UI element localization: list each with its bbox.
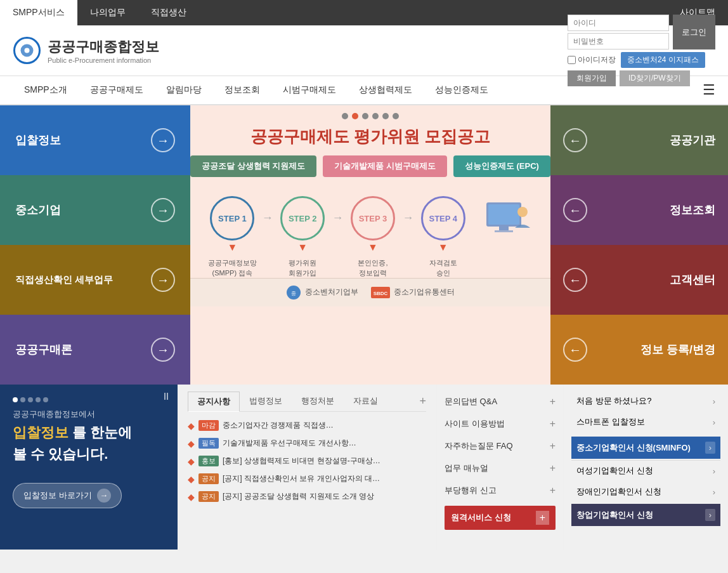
quick-arrow-3: › <box>713 466 715 476</box>
customer-center-label: 고객센터 <box>670 272 715 287</box>
bottom-dot-4[interactable] <box>36 397 41 402</box>
site-header: 공공구매종합정보 Public e-Procurement informatio… <box>0 25 728 76</box>
info-register-arrow: ← <box>563 338 587 362</box>
remote-plus-icon: + <box>536 511 549 525</box>
dot-5[interactable] <box>382 113 389 119</box>
dot-4[interactable] <box>372 113 379 119</box>
step-1-circle: STEP 1 <box>210 196 254 240</box>
right-customer-center[interactable]: ← 고객센터 <box>550 245 728 315</box>
steps-flow: STEP 1 ▼ 공공구매정보망 (SMPP) 접속 → STEP 2 ▼ 평가… <box>190 190 550 278</box>
faq-qa[interactable]: 문의답변 Q&A + <box>445 391 556 413</box>
faq-site-usage[interactable]: 사이트 이용방법 + <box>445 413 556 435</box>
login-button[interactable]: 로그인 <box>673 15 715 49</box>
quick-mobile-bid[interactable]: 스마트폰 입찰정보 › <box>571 412 720 433</box>
quick-arrow-1: › <box>713 397 715 406</box>
dot-6[interactable] <box>393 113 399 119</box>
btn-arrow-icon: → <box>97 489 111 503</box>
notice-bullet-3: ◆ <box>188 456 195 466</box>
sme-pass-button[interactable]: 중소벤처24 이지패스 <box>621 52 705 68</box>
banner-pause-btn[interactable]: ⏸ <box>161 391 171 402</box>
direct-production-label: 직접생산확인 세부업무 <box>15 274 113 286</box>
faq-frequent[interactable]: 자주하는질문 FAQ + <box>445 435 556 458</box>
nav-certification[interactable]: 성능인증제도 <box>424 76 500 104</box>
hamburger-menu[interactable]: ☰ <box>703 82 715 98</box>
bottom-banner-text-main: 공공구매종합정보에서 <box>13 409 165 420</box>
left-sidebar: 입찰정보 → 중소기업 → 직접생산확인 세부업무 → 공공구매론 → <box>0 105 190 385</box>
id-input[interactable] <box>568 15 669 31</box>
quick-sme-confirm[interactable]: 중소기업확인서 신청(SMINFO) › <box>571 437 720 459</box>
sme-arrow: → <box>151 198 175 222</box>
svg-point-2 <box>25 48 30 53</box>
bid-info-btn[interactable]: 입찰정보 바로가기 → <box>13 483 122 508</box>
step-1: STEP 1 ▼ 공공구매정보망 (SMPP) 접속 <box>203 196 262 278</box>
bottom-section: 공공구매종합정보에서 입찰정보 를 한눈에 볼 수 있습니다. 입찰정보 바로가… <box>0 385 728 550</box>
bid-info-arrow: → <box>151 128 175 152</box>
bottom-dot-1[interactable] <box>13 397 18 402</box>
nav-pilot[interactable]: 시범구매제도 <box>271 76 348 104</box>
quick-disabled-confirm[interactable]: 장애인기업확인서 신청 › <box>571 482 720 503</box>
notice-item-1: ◆ 마감 중소기업자간 경쟁제품 직접생… <box>188 417 426 435</box>
right-info-search[interactable]: ← 정보조회 <box>550 175 728 245</box>
notice-text-3[interactable]: [홍보] 상생협력제도 비대면 현장설명-구매상… <box>223 456 380 466</box>
topnav-direct[interactable]: 직접생산 <box>138 0 199 25</box>
step-4: STEP 4 ▼ 자격검토 승인 <box>413 196 472 278</box>
notice-text-2[interactable]: 기술개발제품 우선구매제도 개선사항… <box>223 438 356 449</box>
sidebar-sme[interactable]: 중소기업 → <box>0 175 190 245</box>
sidebar-direct-production[interactable]: 직접생산확인 세부업무 → <box>0 245 190 315</box>
tab-law[interactable]: 법령정보 <box>240 391 292 411</box>
quick-startup-confirm[interactable]: 창업기업확인서 신청 › <box>571 504 720 526</box>
save-id-check[interactable] <box>568 56 576 64</box>
right-public-institution[interactable]: ← 공공기관 <box>550 105 728 175</box>
notice-item-2: ◆ 필독 기술개발제품 우선구매제도 개선사항… <box>188 435 426 452</box>
remote-service-btn[interactable]: 원격서비스 신청 + <box>445 506 556 530</box>
dot-3[interactable] <box>362 113 368 119</box>
quick-first-visit[interactable]: 처음 방문 하셨나요? › <box>571 391 720 412</box>
step-2: STEP 2 ▼ 평가위원 회원가입 <box>273 196 332 278</box>
tab-notice[interactable]: 공지사항 <box>188 392 240 412</box>
bottom-dot-5[interactable] <box>43 397 48 402</box>
faq-plus-4: + <box>550 463 556 474</box>
info-search-label: 정보조회 <box>670 202 715 218</box>
dot-2[interactable] <box>352 113 358 119</box>
notice-more-btn[interactable]: + <box>419 395 426 408</box>
save-id-checkbox[interactable]: 아이디저장 <box>568 55 616 65</box>
tab-admin[interactable]: 행정처분 <box>292 391 344 411</box>
right-info-register[interactable]: ← 정보 등록/변경 <box>550 315 728 385</box>
topnav-smpp[interactable]: SMPP서비스 <box>0 0 77 25</box>
nav-notice[interactable]: 알림마당 <box>155 76 213 104</box>
info-register-label: 정보 등록/변경 <box>640 342 715 357</box>
faq-plus-5: + <box>550 485 556 496</box>
faq-area: 문의답변 Q&A + 사이트 이용방법 + 자주하는질문 FAQ + 업무 매뉴… <box>436 385 563 550</box>
tab-resources[interactable]: 자료실 <box>344 391 387 411</box>
login-options: 아이디저장 중소벤처24 이지패스 <box>568 52 715 68</box>
pw-input[interactable] <box>568 33 669 49</box>
step-1-label: 공공구매정보망 (SMPP) 접속 <box>208 258 257 278</box>
sidebar-bid-info[interactable]: 입찰정보 → <box>0 105 190 175</box>
bottom-dot-3[interactable] <box>28 397 33 402</box>
nav-public-purchase[interactable]: 공공구매제도 <box>79 76 155 104</box>
topnav-mywork[interactable]: 나의업무 <box>77 0 138 25</box>
sidebar-public-purchase-theory[interactable]: 공공구매론 → <box>0 315 190 385</box>
banner-title: 공공구매제도 평가위원 모집공고 <box>190 126 550 148</box>
nav-info-search[interactable]: 정보조회 <box>213 76 271 104</box>
login-row: 로그인 <box>568 15 715 49</box>
notice-text-5[interactable]: [공지] 공공조달 상생협력 지원제도 소개 영상 <box>223 491 374 502</box>
logo-text: 공공구매종합정보 Public e-Procurement informatio… <box>48 37 159 64</box>
bottom-dot-2[interactable] <box>20 397 25 402</box>
register-button[interactable]: 회원가입 <box>568 70 616 86</box>
faq-manual[interactable]: 업무 매뉴얼 + <box>445 458 556 480</box>
dot-1[interactable] <box>342 113 348 119</box>
nav-cooperation[interactable]: 상생협력제도 <box>348 76 424 104</box>
quick-links-area: 처음 방문 하셨나요? › 스마트폰 입찰정보 › 중소기업확인서 신청(SMI… <box>563 385 728 550</box>
faq-misconduct[interactable]: 부당행위 신고 + <box>445 480 556 502</box>
bottom-banner-inner: 공공구매종합정보에서 입찰정보 를 한눈에 볼 수 있습니다. 입찰정보 바로가… <box>0 385 178 521</box>
bottom-slide-dots <box>13 397 165 402</box>
quick-women-confirm[interactable]: 여성기업확인서 신청 › <box>571 460 720 482</box>
bid-info-label: 입찰정보 <box>15 133 61 148</box>
find-id-pw-button[interactable]: ID찾기/PW찾기 <box>620 70 690 86</box>
main-content-area: 입찰정보 → 중소기업 → 직접생산확인 세부업무 → 공공구매론 → 공공구매… <box>0 105 728 385</box>
notice-bullet-1: ◆ <box>188 421 195 431</box>
notice-text-4[interactable]: [공지] 직접생산확인서 보유 개인사업자의 대… <box>223 473 380 484</box>
nav-smpp-intro[interactable]: SMPP소개 <box>13 76 79 104</box>
notice-text-1[interactable]: 중소기업자간 경쟁제품 직접생… <box>223 420 334 431</box>
